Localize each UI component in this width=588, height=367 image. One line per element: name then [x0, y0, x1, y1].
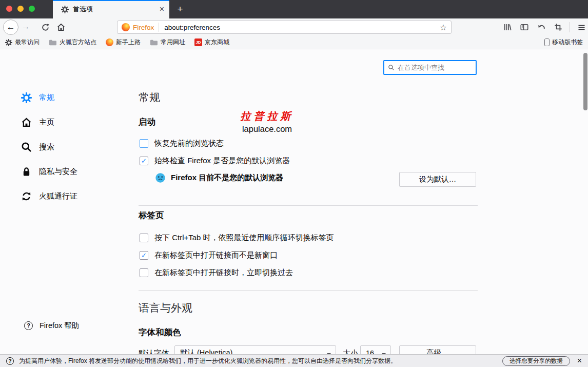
question-icon: ? [6, 357, 14, 365]
help-icon: ? [24, 321, 33, 330]
bookmark-jd-mall[interactable]: JD 京东商城 [194, 38, 229, 47]
firefox-logo-icon [106, 38, 113, 46]
choose-shared-data-button[interactable]: 选择您要分享的数据 [502, 356, 570, 366]
telemetry-notification-bar: ? 为提高用户体验，Firefox 将发送部分功能的使用情况给我们，用于进一步优… [0, 354, 588, 367]
bookmark-label: 常用网址 [161, 38, 185, 47]
active-tab-indicator [53, 0, 169, 1]
search-icon [388, 64, 395, 71]
notification-text: 为提高用户体验，Firefox 将发送部分功能的使用情况给我们，用于进一步优化火… [19, 357, 497, 365]
font-size-value: 16 [366, 349, 374, 355]
close-icon[interactable]: × [577, 357, 582, 365]
checkbox-row-ctrl-tab-cycle[interactable]: 按下 Ctrl+Tab 时，依照最近使用顺序循环切换标签页 [140, 233, 334, 243]
section-title-language-appearance: 语言与外观 [139, 301, 192, 315]
watermark-url-text: lapulace.com [225, 124, 309, 134]
macos-zoom-button[interactable] [29, 6, 35, 12]
checkbox-row-restore-session[interactable]: 恢复先前的浏览状态 [140, 138, 224, 148]
preferences-page: 常规 主页 搜索 [0, 49, 588, 354]
bookmarks-toolbar: 最常访问 火狐官方站点 新手上路 常用网址 JD 京东商城 移动版书签 [0, 36, 588, 49]
macos-minimize-button[interactable] [17, 6, 24, 12]
font-size-label: 大小 [343, 345, 358, 354]
section-title-fonts-colors: 字体和颜色 [139, 327, 181, 338]
section-divider [139, 290, 478, 291]
checkbox-unchecked[interactable] [140, 139, 148, 148]
bookmark-folder-common-sites[interactable]: 常用网址 [150, 38, 185, 47]
gear-icon [21, 92, 32, 103]
sidebar-item-label: 常规 [39, 93, 54, 103]
bookmark-folder-firefox-official[interactable]: 火狐官方站点 [49, 38, 96, 47]
url-bar[interactable]: Firefox about:preferences ☆ [117, 21, 452, 34]
font-size-select[interactable]: 16 [360, 345, 391, 354]
fonts-advanced-button[interactable]: 高级… [399, 345, 476, 354]
bookmark-getting-started[interactable]: 新手上路 [106, 38, 141, 47]
sidebar-item-search[interactable]: 搜索 [21, 140, 54, 154]
url-brand-label: Firefox [133, 24, 154, 31]
default-browser-text: Firefox 目前不是您的默认浏览器 [171, 173, 283, 183]
preferences-search[interactable] [383, 60, 477, 75]
tab-preferences[interactable]: 首选项 × [53, 0, 169, 18]
checkbox-unchecked[interactable] [140, 234, 148, 242]
screenshot-crop-icon[interactable] [553, 22, 564, 33]
checkbox-label: 在新标签页中打开链接而不是新窗口 [154, 250, 278, 260]
tab-close-icon[interactable]: × [160, 5, 164, 13]
navigation-toolbar: ← → Firefox about:preferences ☆ [0, 18, 588, 36]
sidebar-toggle-icon[interactable] [519, 22, 530, 33]
checkbox-row-always-check-default[interactable]: ✓ 始终检查 Firefox 是否是您的默认浏览器 [140, 156, 290, 166]
reload-icon[interactable] [40, 22, 51, 33]
sidebar-item-label: 主页 [39, 118, 54, 127]
toolbar-separator [570, 22, 570, 32]
watermark: 拉普拉斯 lapulace.com [225, 109, 309, 134]
menu-hamburger-icon[interactable] [576, 22, 587, 33]
library-icon[interactable] [502, 22, 513, 33]
sad-face-icon [155, 172, 166, 183]
folder-icon [49, 39, 57, 46]
undo-icon[interactable] [536, 22, 547, 33]
url-separator [159, 23, 159, 32]
url-text[interactable]: about:preferences [164, 24, 439, 31]
bookmark-label: 火狐官方站点 [60, 38, 96, 47]
scrollbar-thumb[interactable] [583, 53, 587, 110]
sidebar-item-privacy-security[interactable]: 隐私与安全 [21, 164, 77, 179]
checkbox-checked[interactable]: ✓ [140, 157, 148, 165]
default-font-label: 默认字体 [139, 345, 169, 354]
checkbox-row-switch-to-new-tab[interactable]: 在新标签页中打开链接时，立即切换过去 [140, 267, 293, 278]
home-icon[interactable] [55, 22, 67, 33]
gear-icon [5, 39, 12, 46]
bookmark-label: 最常访问 [15, 38, 40, 47]
back-button[interactable]: ← [3, 20, 18, 35]
sync-icon [21, 190, 32, 202]
checkbox-checked[interactable]: ✓ [140, 251, 148, 260]
bookmark-star-icon[interactable]: ☆ [440, 23, 447, 32]
section-title-startup: 启动 [139, 117, 155, 128]
checkbox-row-open-links-in-tabs[interactable]: ✓ 在新标签页中打开链接而不是新窗口 [140, 250, 278, 260]
checkbox-label: 在新标签页中打开链接时，立即切换过去 [154, 268, 293, 278]
default-font-value: 默认 (Helvetica) [180, 348, 232, 354]
watermark-cn-text: 拉普拉斯 [225, 109, 309, 123]
section-divider [139, 205, 478, 206]
bookmark-most-visited[interactable]: 最常访问 [5, 38, 40, 47]
new-tab-button[interactable]: + [173, 3, 187, 15]
sidebar-item-label: 搜索 [39, 142, 54, 152]
tab-title: 首选项 [73, 5, 160, 14]
search-input[interactable] [398, 64, 488, 71]
default-browser-notice: Firefox 目前不是您的默认浏览器 [155, 172, 283, 183]
sidebar-item-general[interactable]: 常规 [21, 90, 54, 105]
jd-icon: JD [194, 38, 202, 46]
bookmark-mobile-bookmarks[interactable]: 移动版书签 [544, 38, 583, 47]
search-icon [21, 141, 32, 152]
checkbox-unchecked[interactable] [140, 268, 148, 277]
set-default-button[interactable]: 设为默认… [399, 172, 476, 187]
sidebar-item-firefox-help[interactable]: ? Firefox 帮助 [24, 318, 79, 333]
home-icon [21, 117, 32, 128]
sidebar-item-home[interactable]: 主页 [21, 115, 54, 129]
bookmark-label: 移动版书签 [552, 38, 583, 47]
sidebar-item-label: 火狐通行证 [39, 191, 77, 201]
browser-window: 首选项 × + ← → Firefox about:preferences [0, 0, 588, 367]
default-font-select[interactable]: 默认 (Helvetica) [174, 345, 336, 354]
sidebar-item-firefox-account[interactable]: 火狐通行证 [21, 189, 77, 203]
lock-icon [21, 166, 32, 177]
section-title-tabs: 标签页 [139, 210, 164, 221]
sidebar-item-label: Firefox 帮助 [40, 321, 79, 331]
firefox-logo-icon [122, 23, 130, 31]
macos-close-button[interactable] [6, 6, 12, 12]
tab-bar: 首选项 × + [0, 0, 588, 18]
